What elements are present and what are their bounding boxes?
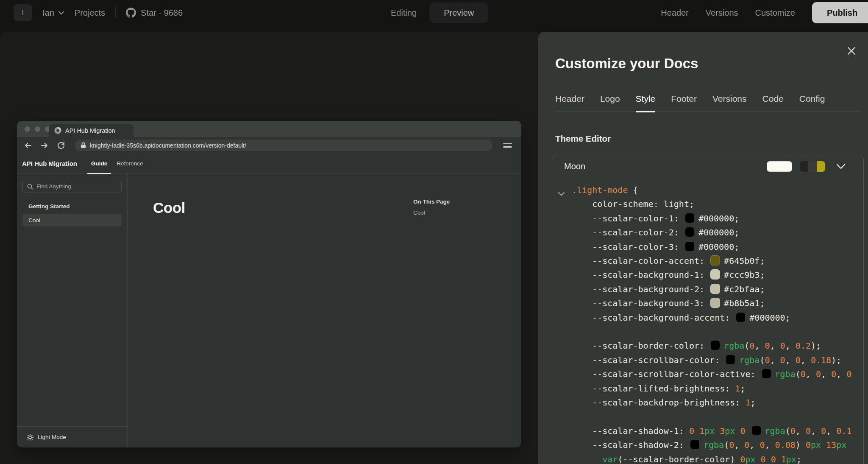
color-swatch[interactable] [685, 227, 695, 237]
code-token: rgba [724, 341, 744, 351]
code-token: 1 [745, 397, 750, 408]
panel-tab-header[interactable]: Header [555, 94, 584, 112]
code-line: color-scheme: light; [572, 197, 863, 211]
code-token [821, 440, 826, 450]
color-swatch[interactable] [685, 241, 695, 252]
chevron-down-icon [58, 11, 64, 15]
refresh-icon [57, 141, 65, 150]
code-token: 0 [821, 426, 826, 436]
code-token: --scalar-color-3: [572, 242, 684, 252]
color-swatch[interactable] [751, 425, 761, 436]
code-token: , [734, 440, 744, 450]
code-token: , [806, 369, 816, 379]
light-theme-swatch [767, 161, 792, 172]
github-star-button[interactable]: Star · 9686 [126, 8, 183, 18]
nav-versions[interactable]: Versions [706, 8, 738, 18]
code-token: ; [796, 454, 801, 464]
toc-item[interactable]: Cool [413, 210, 450, 216]
nav-customize[interactable]: Customize [755, 8, 795, 18]
docs-nav-guide[interactable]: Guide [86, 154, 112, 173]
nav-projects[interactable]: Projects [75, 8, 105, 18]
panel-tab-footer[interactable]: Footer [671, 94, 697, 112]
star-count-label: Star · 9686 [141, 8, 183, 18]
theme-select[interactable]: Moon [552, 156, 863, 177]
code-token [694, 426, 699, 436]
color-swatch[interactable] [710, 340, 720, 350]
color-swatch[interactable] [710, 255, 720, 266]
code-token: 0 [846, 369, 851, 379]
code-token: , [811, 426, 821, 436]
code-token: #000000; [749, 313, 790, 323]
code-token: , [770, 355, 780, 365]
code-token: 0 [806, 440, 811, 450]
panel-tab-versions[interactable]: Versions [712, 94, 747, 112]
sun-icon [27, 434, 33, 441]
code-token: 0 [729, 440, 734, 450]
url-text: knightly-ladle-35s6b.apidocumentation.co… [90, 142, 246, 149]
code-token: color-scheme: light; [572, 199, 694, 209]
color-swatch[interactable] [690, 439, 700, 450]
toc-title: On This Page [413, 198, 450, 205]
panel-tab-code[interactable]: Code [762, 94, 784, 112]
code-token: 0 [831, 369, 836, 379]
nav-header[interactable]: Header [661, 8, 689, 18]
workspace-dropdown[interactable]: Ian [42, 8, 64, 18]
code-token: rgba [704, 440, 724, 450]
code-token: #c2bfaa; [724, 284, 765, 294]
docs-content: Cool On This Page Cool [128, 174, 521, 447]
code-token: ( [785, 426, 790, 436]
panel-title: Customize your Docs [555, 56, 698, 72]
code-line: --scalar-background-2: #c2bfaa; [572, 282, 863, 296]
code-token: --scalar-lifted-brightness: [572, 383, 735, 394]
panel-tab-config[interactable]: Config [799, 94, 825, 112]
select-chevron-down-icon [836, 164, 846, 169]
code-token: #000000; [698, 242, 739, 252]
code-line: --scalar-background-3: #b8b5a1; [572, 296, 863, 310]
panel-tab-logo[interactable]: Logo [600, 94, 620, 112]
code-token: , [785, 341, 796, 351]
forward-arrow-icon [40, 141, 49, 150]
publish-button[interactable]: Publish [812, 2, 868, 23]
code-line: --scalar-scrollbar-color: rgba(0, 0, 0, … [572, 353, 863, 367]
color-swatch[interactable] [710, 298, 720, 308]
css-code-editor[interactable]: .light-mode { color-scheme: light; --sca… [552, 177, 863, 464]
code-token: ) [796, 440, 806, 450]
color-swatch[interactable] [685, 213, 695, 223]
docs-sidebar-item[interactable]: Cool [22, 214, 122, 226]
code-token [756, 454, 761, 464]
tab-editing[interactable]: Editing [383, 8, 424, 18]
color-swatch[interactable] [710, 284, 720, 294]
color-swatch[interactable] [710, 269, 720, 280]
code-token: #b8b5a1; [724, 298, 765, 308]
code-line: .light-mode { [572, 183, 863, 197]
code-token: (--scalar-border-color) [618, 454, 740, 464]
workspace-label: Ian [42, 8, 54, 18]
avatar[interactable]: I [14, 4, 32, 21]
theme-toggle[interactable]: Light Mode [17, 426, 127, 447]
theme-toggle-label: Light Mode [38, 434, 66, 440]
color-swatch[interactable] [762, 369, 771, 379]
docs-header: API Hub Migration GuideReference [17, 154, 521, 174]
code-token [776, 454, 781, 464]
browser-toolbar: knightly-ladle-35s6b.apidocumentation.co… [17, 137, 521, 154]
fold-chevron-icon[interactable] [558, 187, 565, 201]
color-swatch[interactable] [726, 355, 735, 365]
code-token: ( [796, 369, 801, 379]
close-button[interactable] [845, 45, 858, 57]
code-token: 0 [796, 355, 801, 365]
code-token: ( [744, 341, 749, 351]
tab-preview[interactable]: Preview [429, 3, 488, 23]
code-token: --scalar-background-accent: [572, 313, 735, 323]
browser-favicon-icon [54, 127, 61, 134]
code-token: --scalar-background-2: [572, 284, 709, 294]
docs-search-input[interactable]: Find Anything [22, 180, 122, 193]
code-token: , [770, 341, 780, 351]
color-swatch[interactable] [736, 312, 746, 322]
docs-nav-reference[interactable]: Reference [112, 154, 147, 173]
browser-titlebar: API Hub Migration [17, 121, 521, 137]
code-token [735, 426, 740, 436]
code-token: 0.18 [811, 355, 831, 365]
code-token: 0 [780, 355, 785, 365]
code-token: --scalar-scrollbar-color: [572, 355, 725, 365]
panel-tab-style[interactable]: Style [636, 94, 656, 112]
